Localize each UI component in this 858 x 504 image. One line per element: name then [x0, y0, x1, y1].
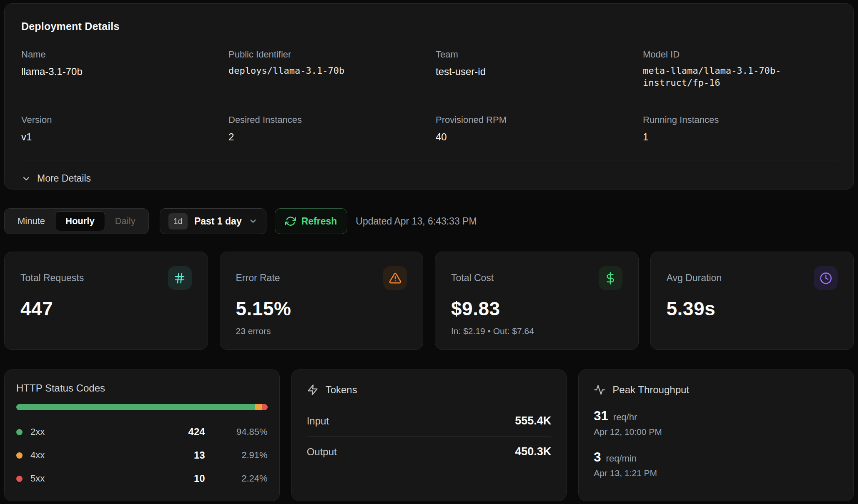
refresh-button[interactable]: Refresh [275, 208, 348, 234]
deployment-fields-grid: Name llama-3.1-70b Public Identifier dep… [21, 49, 837, 143]
field-value: 40 [436, 130, 630, 143]
tokens-title: Tokens [326, 384, 357, 396]
field-name: Name llama-3.1-70b [21, 49, 215, 89]
tokens-card: Tokens Input 555.4K Output 450.3K [291, 369, 567, 501]
hash-icon [168, 266, 192, 290]
status-codes-bar [16, 404, 268, 410]
clock-icon [814, 266, 838, 290]
more-details-toggle[interactable]: More Details [21, 173, 91, 184]
field-label: Running Instances [643, 115, 837, 125]
token-row-input: Input 555.4K [307, 406, 552, 436]
dollar-icon [599, 266, 622, 290]
stat-value: 5.39s [667, 297, 838, 320]
more-details-label: More Details [37, 173, 91, 184]
activity-icon [594, 384, 605, 396]
field-model-id: Model ID meta-llama/llama-3.1-70b-instru… [643, 49, 837, 89]
toggle-option-hourly[interactable]: Hourly [55, 211, 105, 231]
stats-row: Total Requests 447 Error Rate 5.15% 23 e… [4, 252, 854, 350]
avg-duration-card: Avg Duration 5.39s [650, 252, 854, 350]
status-2xx-dot [16, 429, 23, 435]
legend-row-2xx: 2xx 424 94.85% [16, 424, 268, 440]
status-4xx-dot [16, 452, 23, 459]
time-range-badge: 1d [168, 213, 188, 230]
field-label: Provisioned RPM [436, 115, 630, 125]
deployment-details-card: Deployment Details Name llama-3.1-70b Pu… [4, 3, 854, 190]
field-label: Team [436, 49, 630, 60]
peak-hourly-item: 31 req/hr Apr 12, 10:00 PM [594, 409, 838, 437]
field-value: test-user-id [436, 65, 630, 78]
http-status-codes-card: HTTP Status Codes 2xx 424 94.85% 4xx 13 … [4, 369, 280, 501]
legend-label: 4xx [30, 450, 155, 461]
field-version: Version v1 [21, 115, 215, 143]
legend-row-4xx: 4xx 13 2.91% [16, 447, 268, 464]
field-value: 1 [643, 130, 837, 143]
legend-percent: 2.91% [205, 450, 268, 461]
token-label: Output [307, 446, 337, 458]
legend-row-5xx: 5xx 10 2.24% [16, 470, 268, 487]
toggle-option-daily[interactable]: Daily [105, 211, 146, 231]
field-value: meta-llama/llama-3.1-70b-instruct/fp-16 [643, 65, 837, 89]
field-value: llama-3.1-70b [21, 65, 215, 78]
toggle-option-minute[interactable]: Minute [8, 211, 55, 231]
peak-unit: req/hr [613, 412, 637, 423]
field-running-instances: Running Instances 1 [643, 115, 837, 143]
field-label: Model ID [643, 49, 837, 60]
peak-throughput-title: Peak Throughput [612, 384, 689, 396]
refresh-label: Refresh [301, 216, 337, 227]
status-5xx-dot [16, 476, 23, 482]
legend-percent: 2.24% [205, 473, 268, 484]
field-value: deploys/llama-3.1-70b [228, 65, 422, 77]
peak-timestamp: Apr 12, 10:00 PM [594, 427, 838, 437]
legend-count: 10 [155, 473, 205, 484]
legend-count: 424 [155, 426, 205, 438]
field-desired-instances: Desired Instances 2 [228, 115, 422, 143]
field-label: Name [21, 49, 215, 60]
bar-segment-4xx [255, 404, 262, 410]
warning-icon [383, 266, 407, 290]
chevron-down-icon [21, 174, 31, 184]
refresh-icon [285, 216, 296, 227]
token-row-output: Output 450.3K [307, 437, 552, 467]
peak-value: 3 [594, 450, 601, 465]
peak-unit: req/min [606, 453, 637, 464]
metrics-controls: Minute Hourly Daily 1d Past 1 day Refres… [4, 208, 854, 234]
granularity-toggle: Minute Hourly Daily [4, 208, 149, 234]
total-requests-card: Total Requests 447 [4, 252, 208, 350]
field-value: 2 [228, 130, 422, 143]
stat-value: $9.83 [451, 297, 622, 320]
time-range-label: Past 1 day [194, 216, 242, 227]
peak-throughput-card: Peak Throughput 31 req/hr Apr 12, 10:00 … [578, 369, 854, 501]
field-label: Desired Instances [228, 115, 422, 125]
token-value: 450.3K [515, 445, 551, 458]
peak-value: 31 [594, 409, 608, 424]
token-value: 555.4K [515, 414, 551, 427]
field-team: Team test-user-id [436, 49, 630, 89]
deployment-details-title: Deployment Details [21, 20, 837, 32]
stat-subtext: In: $2.19 • Out: $7.64 [451, 326, 622, 336]
field-provisioned-rpm: Provisioned RPM 40 [436, 115, 630, 143]
stat-label: Total Cost [451, 272, 494, 284]
stat-subtext: 23 errors [236, 326, 407, 336]
field-public-identifier: Public Identifier deploys/llama-3.1-70b [228, 49, 422, 89]
stat-value: 5.15% [236, 297, 407, 320]
legend-percent: 94.85% [205, 427, 268, 437]
error-rate-card: Error Rate 5.15% 23 errors [220, 252, 424, 350]
last-updated-text: Updated Apr 13, 6:43:33 PM [356, 216, 477, 227]
divider [21, 160, 837, 160]
token-rows: Input 555.4K Output 450.3K [307, 406, 552, 467]
field-value: v1 [21, 130, 215, 143]
legend-label: 5xx [30, 473, 155, 484]
bolt-icon [307, 384, 319, 396]
legend-count: 13 [155, 449, 205, 461]
http-status-title: HTTP Status Codes [16, 382, 268, 394]
field-label: Version [21, 115, 215, 125]
time-range-dropdown[interactable]: 1d Past 1 day [160, 208, 266, 234]
field-label: Public Identifier [228, 49, 422, 60]
stat-label: Total Requests [20, 272, 84, 284]
token-label: Input [307, 415, 329, 427]
bottom-row: HTTP Status Codes 2xx 424 94.85% 4xx 13 … [4, 369, 854, 501]
status-legend: 2xx 424 94.85% 4xx 13 2.91% 5xx 10 2.24% [16, 424, 268, 487]
stat-label: Avg Duration [667, 272, 722, 284]
bar-segment-5xx [262, 404, 267, 410]
peak-minute-item: 3 req/min Apr 13, 1:21 PM [594, 450, 838, 478]
